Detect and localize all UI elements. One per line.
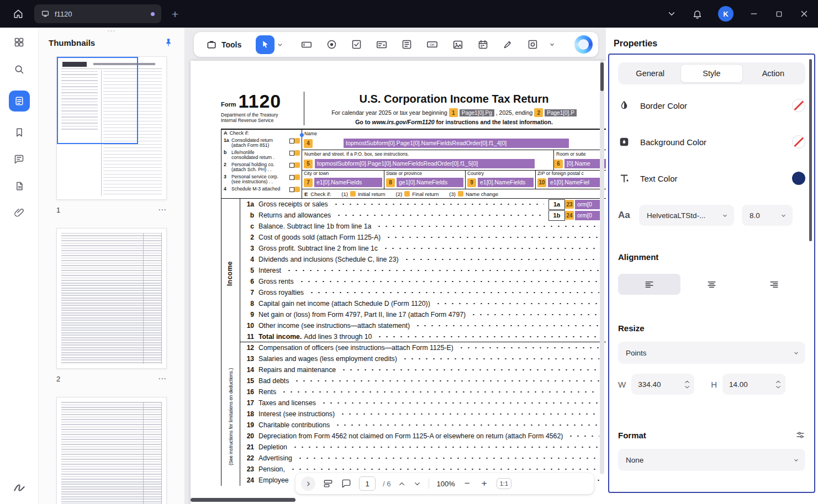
stepper-buttons[interactable] [775, 380, 781, 389]
avatar-initial: K [723, 10, 728, 18]
thumbnail-menu-button[interactable]: ⋯ [158, 205, 167, 215]
font-size-select[interactable]: 8.0 [742, 205, 793, 226]
form-checkbox[interactable] [289, 163, 294, 168]
field-order-badge: 1 [449, 108, 458, 117]
close-button[interactable] [799, 9, 809, 19]
date-field-tool[interactable] [477, 39, 489, 50]
form-field-highlight[interactable]: Page1[0].Pg [460, 109, 494, 116]
ai-assistant-button[interactable] [574, 35, 593, 54]
text-field-tool[interactable] [300, 39, 313, 51]
tab-action[interactable]: Action [743, 64, 804, 83]
chevron-down-icon [413, 480, 421, 488]
form-field-highlight[interactable]: topmostSubform[0].Page1[0].NameFieldsRea… [315, 159, 535, 168]
previous-page-button[interactable] [398, 480, 406, 488]
select-tool-caret[interactable] [276, 41, 284, 49]
page-thumbnail-3[interactable] [56, 397, 167, 504]
tab-style[interactable]: Style [680, 64, 742, 83]
border-color-swatch[interactable] [792, 99, 805, 112]
tools-button[interactable]: Tools [199, 35, 248, 55]
expand-bar-button[interactable] [301, 476, 315, 491]
align-right-button[interactable] [743, 274, 805, 295]
form-field-highlight[interactable]: topmostSubform[0].Page1[0].NameFieldsRea… [344, 139, 569, 148]
panel-scrollbar[interactable] [809, 59, 812, 241]
new-tab-button[interactable]: + [168, 8, 182, 20]
calendar-icon [477, 39, 489, 50]
form-field-highlight[interactable]: ge1[0].NameFields [397, 178, 463, 187]
tab-list-button[interactable] [667, 9, 677, 19]
form-checkbox[interactable] [289, 139, 294, 144]
text-color-swatch[interactable] [792, 172, 805, 185]
vertical-scrollbar[interactable] [600, 61, 604, 474]
unit-select[interactable]: Points [618, 342, 805, 364]
panel-drag-handle[interactable]: ⋯ [39, 28, 184, 36]
document-tab[interactable]: f1120 [34, 4, 161, 23]
sidebar-item-comments[interactable] [13, 153, 25, 165]
user-avatar[interactable]: K [718, 6, 733, 22]
push-button-tool[interactable]: OK [426, 38, 439, 51]
page-number-input[interactable] [359, 476, 376, 491]
notifications-button[interactable] [692, 9, 703, 19]
zoom-out-button[interactable]: − [462, 478, 472, 489]
sidebar-item-thumbnails[interactable] [9, 91, 30, 112]
form-line-row: 14 Repairs and maintenance [240, 364, 606, 375]
select-tool-button[interactable] [256, 35, 275, 54]
format-settings-button[interactable] [795, 430, 805, 440]
form-line-row: 18 Interest (see instructions) [240, 408, 606, 420]
checkbox-tool[interactable] [351, 39, 362, 50]
maximize-button[interactable] [774, 9, 784, 19]
home-button[interactable] [9, 4, 28, 23]
align-left-button[interactable] [618, 274, 680, 295]
form-checkbox[interactable] [289, 151, 294, 156]
align-center-button[interactable] [680, 274, 743, 295]
actual-size-button[interactable]: 1:1 [497, 478, 511, 489]
properties-title: Properties [606, 28, 818, 49]
page-thumbnail-2[interactable] [56, 228, 167, 369]
form-field-highlight[interactable]: Page1[0].P [545, 109, 576, 116]
sidebar-item-attachments[interactable] [14, 207, 25, 218]
sidebar-item-grid[interactable] [13, 36, 25, 48]
sidebar-item-pages[interactable] [14, 181, 25, 192]
form-line-row: 8 Capital gain net income (attach Schedu… [240, 298, 606, 309]
font-family-select[interactable]: HelveticaLTStd-... [639, 205, 734, 226]
form-field-highlight[interactable]: e1[0].NameFields [314, 178, 382, 187]
background-color-swatch[interactable] [792, 135, 805, 148]
next-page-button[interactable] [413, 480, 421, 488]
barcode-tool-caret[interactable] [548, 41, 556, 48]
page-thumbnail-1[interactable] [56, 56, 167, 200]
pin-panel-button[interactable] [163, 38, 173, 47]
list-box-tool[interactable] [401, 39, 413, 50]
sidebar-item-bookmarks[interactable] [14, 127, 25, 138]
image-field-tool[interactable] [452, 39, 464, 51]
scrollbar-thumb[interactable] [600, 62, 604, 91]
line-number: 3 [243, 245, 258, 252]
document-area: Form 1120 Department of the Treasury Int… [185, 28, 606, 504]
radio-button-tool[interactable] [326, 39, 337, 50]
signature-tool-button[interactable] [12, 480, 27, 494]
alignment-heading: Alignment [618, 252, 805, 262]
stepper-buttons[interactable] [684, 380, 690, 389]
form-checkbox[interactable] [289, 187, 294, 192]
barcode-field-tool[interactable] [527, 39, 539, 50]
thumbnail-menu-button[interactable]: ⋯ [158, 374, 167, 384]
form-field-highlight[interactable]: e1[0].NameFiel [548, 178, 604, 187]
signature-field-tool[interactable] [502, 39, 514, 50]
check-item-number: 1a [224, 138, 231, 148]
tab-general[interactable]: General [620, 64, 680, 83]
line-label: Cost of goods sold (attach Form 1125-A) [258, 234, 381, 241]
field-list-button[interactable] [323, 478, 334, 489]
zoom-in-button[interactable]: + [479, 478, 489, 489]
minimize-button[interactable] [749, 9, 759, 19]
horizontal-scrollbar[interactable] [191, 498, 599, 502]
amount-box-label: 1a [548, 199, 565, 210]
format-select[interactable]: None [618, 449, 805, 471]
dropdown-field-tool[interactable] [376, 39, 388, 51]
line-number: 14 [243, 366, 258, 374]
scrollbar-thumb[interactable] [191, 498, 295, 502]
width-input[interactable] [638, 380, 670, 389]
page-comment-button[interactable] [341, 478, 352, 489]
form-field-highlight[interactable]: e1[0].NameFields [478, 178, 534, 187]
comment-icon [13, 153, 25, 165]
form-checkbox[interactable] [289, 175, 294, 180]
height-input[interactable] [729, 380, 761, 389]
sidebar-item-search[interactable] [13, 63, 25, 75]
